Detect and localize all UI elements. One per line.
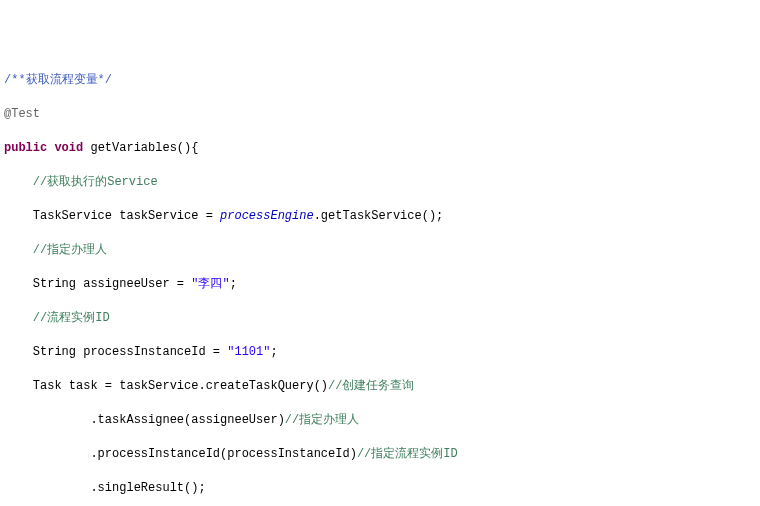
code-text: ; <box>230 277 237 291</box>
code-text: getVariables(){ <box>83 141 198 155</box>
code-text: TaskService taskService = <box>33 209 220 223</box>
code-line: String processInstanceId = "1101"; <box>4 344 756 361</box>
code-text: Task task = taskService.createTaskQuery(… <box>33 379 328 393</box>
comment: //创建任务查询 <box>328 379 414 393</box>
code-line: //获取执行的Service <box>4 174 756 191</box>
code-text: ; <box>270 345 277 359</box>
keyword: void <box>54 141 83 155</box>
code-line: .processInstanceId(processInstanceId)//指… <box>4 446 756 463</box>
code-text: String processInstanceId = <box>33 345 227 359</box>
string: "李四" <box>191 277 229 291</box>
javadoc-comment: /**获取流程变量*/ <box>4 73 112 87</box>
annotation: @Test <box>4 107 40 121</box>
code-text: .singleResult(); <box>90 481 205 495</box>
code-line: String assigneeUser = "李四"; <box>4 276 756 293</box>
code-text: .getTaskService(); <box>314 209 444 223</box>
code-line: Task task = taskService.createTaskQuery(… <box>4 378 756 395</box>
code-line: //指定办理人 <box>4 242 756 259</box>
code-text: String assigneeUser = <box>33 277 191 291</box>
code-text: .processInstanceId(processInstanceId) <box>90 447 356 461</box>
code-line: TaskService taskService = processEngine.… <box>4 208 756 225</box>
comment: //指定办理人 <box>33 243 107 257</box>
code-line: .taskAssignee(assigneeUser)//指定办理人 <box>4 412 756 429</box>
code-line: .singleResult(); <box>4 480 756 497</box>
field: processEngine <box>220 209 314 223</box>
comment: //指定流程实例ID <box>357 447 458 461</box>
comment: //流程实例ID <box>33 311 110 325</box>
code-line: public void getVariables(){ <box>4 140 756 157</box>
code-line: @Test <box>4 106 756 123</box>
code-text: .taskAssignee(assigneeUser) <box>90 413 284 427</box>
code-line: /**获取流程变量*/ <box>4 72 756 89</box>
string: "1101" <box>227 345 270 359</box>
code-line: //流程实例ID <box>4 310 756 327</box>
comment: //获取执行的Service <box>33 175 158 189</box>
comment: //指定办理人 <box>285 413 359 427</box>
keyword: public <box>4 141 47 155</box>
